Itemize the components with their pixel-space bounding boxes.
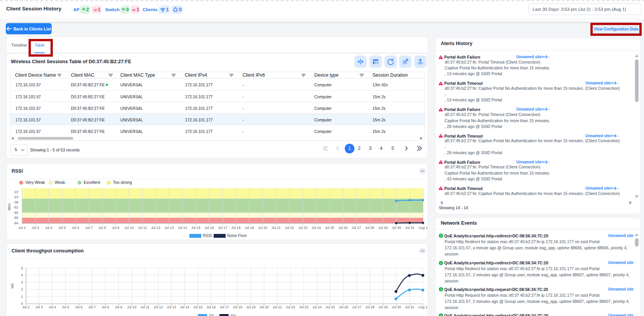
svg-text:Jul 25: Jul 25 xyxy=(325,305,335,309)
svg-text:-24: -24 xyxy=(13,195,18,199)
svg-text:Jul 6: Jul 6 xyxy=(72,226,79,230)
svg-text:Jul 11: Jul 11 xyxy=(140,305,149,309)
svg-text:Jul 13: Jul 13 xyxy=(167,305,176,309)
svg-text:Jul 27: Jul 27 xyxy=(352,226,361,230)
svg-text:Jul 16: Jul 16 xyxy=(204,226,214,230)
svg-text:Jul 8: Jul 8 xyxy=(99,226,106,230)
svg-text:Jul 12: Jul 12 xyxy=(151,226,160,230)
svg-text:Jul 17: Jul 17 xyxy=(220,305,229,309)
svg-text:Jul 31: Jul 31 xyxy=(405,305,414,309)
svg-text:Jul 29: Jul 29 xyxy=(378,226,388,230)
svg-text:Aug 1: Aug 1 xyxy=(418,305,428,309)
svg-text:Jul 5: Jul 5 xyxy=(62,305,69,309)
svg-text:5: 5 xyxy=(21,266,23,270)
svg-text:1: 1 xyxy=(21,295,23,299)
svg-text:Jul 19: Jul 19 xyxy=(246,305,255,309)
svg-text:Jul 18: Jul 18 xyxy=(231,226,241,230)
svg-text:Jul 14: Jul 14 xyxy=(180,305,189,309)
svg-text:Jul 15: Jul 15 xyxy=(193,305,202,309)
svg-text:Jul 6: Jul 6 xyxy=(75,305,83,309)
svg-text:Jul 30: Jul 30 xyxy=(392,226,401,230)
svg-text:4: 4 xyxy=(21,273,23,277)
svg-text:-52: -52 xyxy=(13,205,18,209)
svg-text:dBm: dBm xyxy=(7,203,11,211)
svg-text:Jul 14: Jul 14 xyxy=(178,226,187,230)
svg-text:Jul 29: Jul 29 xyxy=(379,305,388,309)
svg-text:Jul 23: Jul 23 xyxy=(299,305,309,309)
svg-text:Aug 1: Aug 1 xyxy=(419,226,428,230)
svg-text:Jul 2: Jul 2 xyxy=(18,226,25,230)
svg-text:-38: -38 xyxy=(13,200,18,204)
svg-text:Jul 30: Jul 30 xyxy=(392,305,401,309)
svg-text:Jul 26: Jul 26 xyxy=(339,305,348,309)
svg-text:Jul 24: Jul 24 xyxy=(312,305,322,309)
svg-text:Jul 17: Jul 17 xyxy=(218,226,227,230)
svg-text:Jul 31: Jul 31 xyxy=(405,226,415,230)
svg-text:Jul 4: Jul 4 xyxy=(45,226,52,230)
svg-text:Jul 9: Jul 9 xyxy=(115,305,122,309)
svg-text:Jul 11: Jul 11 xyxy=(138,226,147,230)
svg-text:Jul 15: Jul 15 xyxy=(191,226,201,230)
svg-text:-94: -94 xyxy=(13,221,18,225)
svg-text:Jul 28: Jul 28 xyxy=(365,226,374,230)
svg-text:Jul 3: Jul 3 xyxy=(32,226,39,230)
svg-text:Jul 27: Jul 27 xyxy=(352,305,361,309)
svg-text:Jul 12: Jul 12 xyxy=(153,305,163,309)
svg-text:Jul 7: Jul 7 xyxy=(88,305,96,309)
svg-text:Jul 23: Jul 23 xyxy=(298,226,307,230)
svg-text:Jul 10: Jul 10 xyxy=(127,305,137,309)
svg-text:-80: -80 xyxy=(13,216,18,220)
svg-text:Jul 10: Jul 10 xyxy=(124,226,133,230)
svg-text:Jul 7: Jul 7 xyxy=(85,226,93,230)
svg-text:Jul 25: Jul 25 xyxy=(325,226,334,230)
svg-text:Jul 2: Jul 2 xyxy=(22,305,29,309)
svg-text:Jul 18: Jul 18 xyxy=(233,305,242,309)
svg-text:MB: MB xyxy=(10,283,14,289)
svg-text:Jul 9: Jul 9 xyxy=(112,226,119,230)
svg-text:Jul 20: Jul 20 xyxy=(258,226,267,230)
svg-text:Jul 22: Jul 22 xyxy=(286,305,295,309)
svg-text:Jul 24: Jul 24 xyxy=(312,226,321,230)
svg-text:Jul 16: Jul 16 xyxy=(206,305,216,309)
svg-text:Jul 5: Jul 5 xyxy=(59,226,66,230)
svg-text:Jul 21: Jul 21 xyxy=(271,226,281,230)
svg-text:Jul 26: Jul 26 xyxy=(338,226,347,230)
svg-text:Jul 3: Jul 3 xyxy=(35,305,43,309)
svg-text:-10: -10 xyxy=(13,190,18,194)
svg-text:2: 2 xyxy=(21,287,23,291)
svg-text:Jul 19: Jul 19 xyxy=(244,226,254,230)
svg-text:Jul 20: Jul 20 xyxy=(260,305,269,309)
svg-text:Jul 8: Jul 8 xyxy=(101,305,109,309)
svg-text:Jul 13: Jul 13 xyxy=(164,226,174,230)
svg-text:3: 3 xyxy=(21,281,23,284)
svg-text:Jul 21: Jul 21 xyxy=(273,305,282,309)
svg-text:Jul 4: Jul 4 xyxy=(49,305,56,309)
svg-text:Jul 22: Jul 22 xyxy=(285,226,294,230)
svg-text:Jul 28: Jul 28 xyxy=(365,305,374,309)
svg-text:-66: -66 xyxy=(13,211,18,215)
